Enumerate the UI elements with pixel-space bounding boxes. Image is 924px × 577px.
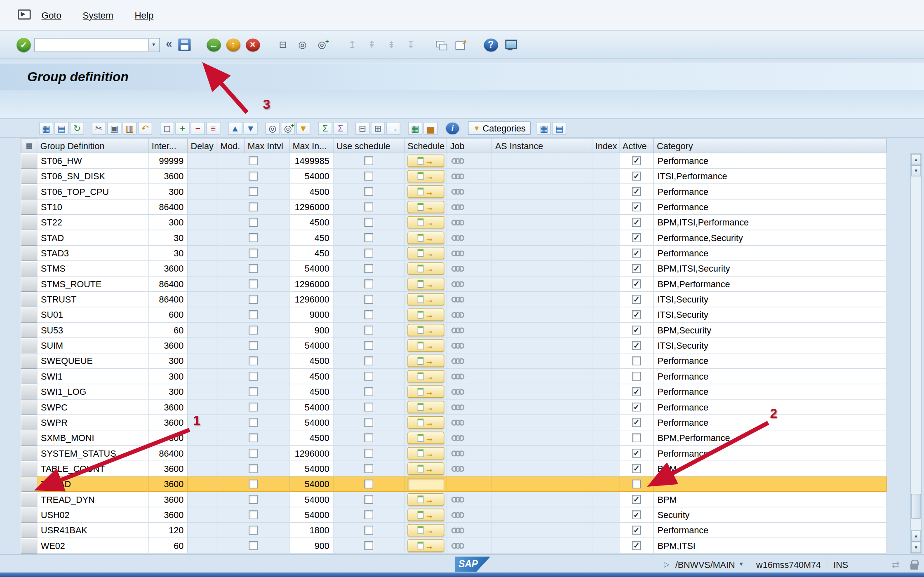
row-selector[interactable] — [21, 538, 37, 554]
schedule-button[interactable]: → — [407, 278, 444, 290]
use-schedule-checkbox[interactable] — [364, 264, 373, 273]
menu-item-goto[interactable]: Goto — [42, 10, 61, 21]
active-checkbox[interactable] — [632, 326, 641, 335]
use-schedule-checkbox[interactable] — [364, 310, 373, 319]
delete-row-button[interactable]: − — [191, 122, 205, 135]
table-row-ST22[interactable]: ST223004500→BPM,ITSI,Performance — [21, 215, 886, 230]
active-checkbox[interactable] — [632, 156, 641, 165]
use-schedule-checkbox[interactable] — [364, 295, 373, 304]
active-checkbox[interactable] — [632, 449, 641, 458]
mod-checkbox[interactable] — [249, 510, 258, 519]
schedule-button[interactable]: → — [407, 509, 444, 521]
column-header-category[interactable]: Category — [654, 138, 887, 153]
use-schedule-checkbox[interactable] — [364, 233, 373, 242]
sort-descending-button[interactable]: ▼ — [243, 122, 257, 135]
table-row-STAD[interactable]: STAD30450→Performance,Security — [21, 230, 886, 246]
row-selector[interactable] — [21, 323, 37, 338]
create-shortcut-button[interactable] — [454, 38, 468, 52]
column-header-schedule[interactable]: Schedule — [404, 138, 447, 153]
row-selector[interactable] — [21, 199, 37, 215]
use-schedule-checkbox[interactable] — [364, 187, 373, 196]
collapse-toolbar-icon[interactable]: « — [166, 38, 172, 51]
mod-checkbox[interactable] — [249, 541, 258, 550]
table-view-button[interactable]: ▦ — [408, 122, 422, 135]
schedule-button[interactable]: → — [407, 339, 444, 352]
active-checkbox[interactable] — [632, 218, 641, 227]
graphic-button[interactable]: ▅ — [423, 122, 437, 135]
active-checkbox[interactable] — [632, 372, 641, 381]
table-row-ST10[interactable]: ST10864001296000→Performance — [21, 199, 886, 215]
row-selector[interactable] — [21, 476, 37, 492]
schedule-button[interactable]: → — [407, 539, 444, 552]
cancel-button[interactable]: × — [246, 38, 260, 52]
schedule-button[interactable]: → — [407, 232, 444, 244]
use-schedule-checkbox[interactable] — [364, 403, 373, 412]
active-checkbox[interactable] — [632, 434, 641, 443]
column-header-inter-[interactable]: Inter... — [149, 138, 188, 153]
row-selector[interactable] — [21, 369, 37, 384]
row-selector[interactable] — [21, 261, 37, 277]
active-checkbox[interactable] — [632, 279, 641, 288]
row-selector[interactable] — [21, 277, 37, 292]
column-header-delay[interactable]: Delay — [188, 138, 217, 153]
mod-checkbox[interactable] — [249, 187, 258, 196]
mod-checkbox[interactable] — [249, 449, 258, 458]
table-row-SWEQUEUE[interactable]: SWEQUEUE3004500→Performance — [21, 354, 886, 369]
use-schedule-checkbox[interactable] — [364, 526, 373, 535]
mod-checkbox[interactable] — [249, 341, 258, 350]
table-row-STMS[interactable]: STMS360054000→BPM,ITSI,Security — [21, 261, 886, 277]
insert-row-button[interactable]: + — [175, 122, 189, 135]
schedule-button[interactable]: → — [407, 324, 444, 336]
use-schedule-checkbox[interactable] — [364, 341, 373, 350]
row-selector[interactable] — [21, 492, 37, 507]
active-checkbox[interactable] — [632, 357, 641, 366]
mod-checkbox[interactable] — [249, 218, 258, 227]
use-schedule-checkbox[interactable] — [364, 387, 373, 396]
use-schedule-checkbox[interactable] — [364, 480, 373, 489]
command-dropdown-icon[interactable]: ▼ — [148, 39, 159, 51]
schedule-button[interactable]: → — [407, 201, 444, 213]
table-row-ST06_SN_DISK[interactable]: ST06_SN_DISK360054000→ITSI,Performance — [21, 169, 886, 184]
copy-row-button[interactable]: ≡ — [206, 122, 220, 135]
schedule-button[interactable]: → — [407, 293, 444, 305]
scroll-up-icon[interactable]: ▲ — [911, 154, 921, 165]
row-selector[interactable] — [21, 153, 37, 169]
table-row-STMS_ROUTE[interactable]: STMS_ROUTE864001296000→BPM,Performance — [21, 277, 886, 292]
row-selector[interactable] — [21, 430, 37, 446]
active-checkbox[interactable] — [632, 295, 641, 304]
schedule-button[interactable]: → — [407, 493, 444, 506]
column-header-group-definition[interactable]: Group Definition — [38, 138, 149, 153]
command-field[interactable]: ▼ — [34, 38, 160, 52]
cut-button[interactable]: ✂ — [92, 122, 106, 135]
active-checkbox[interactable] — [632, 495, 641, 504]
last-page-button[interactable]: ↧ — [404, 38, 418, 52]
row-selector[interactable] — [21, 446, 37, 461]
mod-checkbox[interactable] — [249, 403, 258, 412]
row-selector[interactable] — [21, 292, 37, 307]
undo-button[interactable]: ↶ — [138, 122, 152, 135]
row-selector[interactable] — [21, 184, 37, 199]
active-checkbox[interactable] — [632, 187, 641, 196]
schedule-button[interactable]: → — [407, 385, 444, 398]
schedule-button[interactable]: → — [407, 185, 444, 198]
use-schedule-checkbox[interactable] — [364, 372, 373, 381]
row-selector[interactable] — [21, 307, 37, 323]
active-checkbox[interactable] — [632, 541, 641, 550]
active-checkbox[interactable] — [632, 387, 641, 396]
column-header-mod-[interactable]: Mod. — [217, 138, 245, 153]
categories-button[interactable]: ▼ Categories — [468, 121, 531, 135]
table-row-SU01[interactable]: SU016009000→ITSI,Security — [21, 307, 886, 323]
use-schedule-checkbox[interactable] — [364, 357, 373, 366]
choose-detail-button[interactable]: ▦ — [537, 122, 551, 135]
column-header-job[interactable]: Job — [447, 138, 492, 153]
scroll-page-up-icon[interactable]: ▲ — [911, 530, 921, 542]
row-selector[interactable] — [21, 384, 37, 399]
use-schedule-checkbox[interactable] — [364, 156, 373, 165]
next-page-button[interactable]: ⇟ — [384, 38, 398, 52]
active-checkbox[interactable] — [632, 464, 641, 473]
print-grid-button[interactable]: ⊟ — [355, 122, 369, 135]
column-header-active[interactable]: Active — [620, 138, 654, 153]
table-row-TABLE_COUNT[interactable]: TABLE_COUNT360054000→BPM — [21, 461, 886, 476]
gui-settings-button[interactable] — [503, 38, 517, 52]
system-dropdown-icon[interactable]: ▼ — [738, 561, 744, 567]
